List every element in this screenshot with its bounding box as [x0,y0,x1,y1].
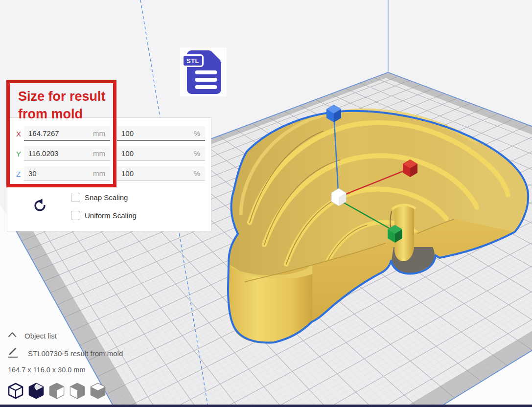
uniform-scaling-checkbox[interactable] [71,211,80,220]
stl-label-badge: STL [182,54,204,67]
scale-y-percent-input[interactable]: 100 % [117,146,205,161]
view-cube-right-face-icon[interactable] [50,384,64,398]
view-cube-left-face-icon[interactable] [70,384,84,398]
object-list-header[interactable]: Object list [24,332,57,340]
uniform-scaling-label: Uniform Scaling [85,211,137,220]
scale-z-percent-input[interactable]: 100 % [117,166,205,181]
snap-scaling-row: Snap Scaling [71,192,128,202]
object-list-panel: Object list STL00730-5 result from mold … [0,327,206,405]
view-mode-icons [7,382,134,404]
bottom-window-edge [0,405,532,407]
annotation-red-box: Size for result from mold [6,80,116,187]
cura-3d-viewport: STL X 164.7267 mm 100 % Y 116.0203 mm [0,0,532,407]
view-cube-solid-icon[interactable] [29,384,43,398]
stl-file-icon: STL [180,47,227,96]
scale-x-percent-input[interactable]: 100 % [117,126,205,141]
stl-document-shape: STL [187,50,221,94]
view-cube-wireframe-icon[interactable] [9,384,23,398]
snap-scaling-checkbox[interactable] [71,193,80,202]
uniform-scaling-row: Uniform Scaling [71,210,137,220]
annotation-text: Size for result from mold [18,88,114,123]
lay-flat-icon [8,347,23,362]
view-cube-top-face-icon[interactable] [91,384,105,398]
reset-scale-button[interactable] [31,198,48,214]
object-list-item[interactable]: STL00730-5 result from mold [28,349,123,358]
snap-scaling-label: Snap Scaling [85,193,128,202]
model-dimensions: 164.7 x 116.0 x 30.0 mm [8,366,86,374]
collapse-chevron-icon[interactable] [7,328,26,345]
